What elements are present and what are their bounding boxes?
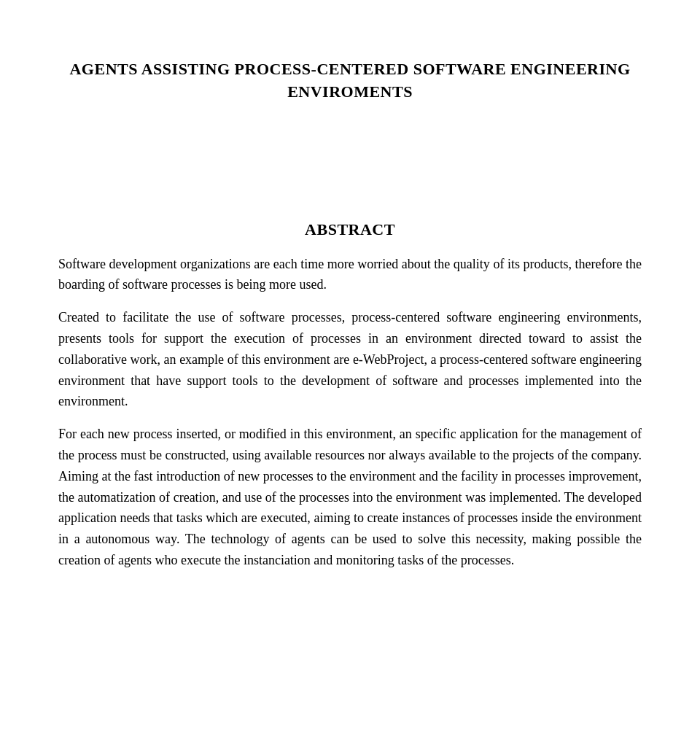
abstract-paragraph-3: For each new process inserted, or modifi…	[58, 424, 642, 571]
abstract-paragraph-2: Created to facilitate the use of softwar…	[58, 307, 642, 412]
abstract-paragraph-1: Software development organizations are e…	[58, 254, 642, 296]
main-title: AGENTS ASSISTING PROCESS-CENTERED SOFTWA…	[58, 58, 642, 104]
abstract-heading: ABSTRACT	[58, 220, 642, 239]
title-line2: ENVIROMENTS	[287, 82, 413, 101]
abstract-body: Software development organizations are e…	[58, 254, 642, 571]
title-section: AGENTS ASSISTING PROCESS-CENTERED SOFTWA…	[58, 44, 642, 104]
abstract-section: ABSTRACT Software development organizati…	[58, 220, 642, 571]
title-line1: AGENTS ASSISTING PROCESS-CENTERED SOFTWA…	[69, 60, 630, 78]
page-container: AGENTS ASSISTING PROCESS-CENTERED SOFTWA…	[0, 0, 700, 738]
